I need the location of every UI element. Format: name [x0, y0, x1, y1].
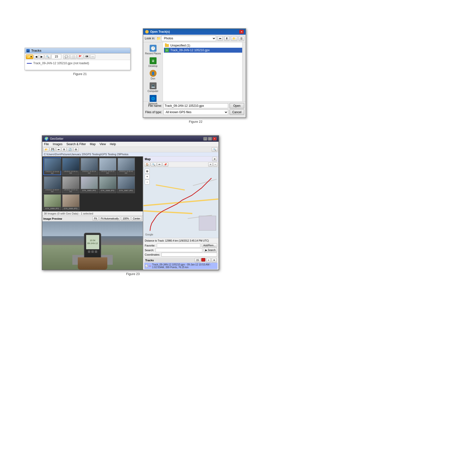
map-zoom-in-button[interactable]: +	[208, 162, 213, 167]
maximize-button[interactable]: □	[208, 137, 212, 140]
toolbar-more-button[interactable]: ···	[90, 54, 95, 59]
tracks-title-text: Tracks	[31, 49, 41, 52]
tracks-close-btn[interactable]: ✕	[212, 258, 217, 262]
thumbnail-image-8	[81, 177, 98, 189]
toolbar-prev-button[interactable]: ◀	[34, 54, 39, 59]
dialog-nav-up-button[interactable]: ⬆	[224, 36, 229, 41]
open-button[interactable]: Open	[230, 103, 244, 108]
preview-zoom-button[interactable]: 100%	[121, 216, 130, 221]
dialog-lookin-row: Look in: 📁 Photos ⬅ ⬆ 📁 ☰	[143, 35, 246, 42]
sidebar-item-recent[interactable]: 🕐 Recent Places	[144, 44, 162, 56]
toolbar-comment-button[interactable]: 💬	[63, 54, 70, 59]
tracks-zoom-btn[interactable]: 15	[195, 258, 200, 262]
dialog-create-folder-button[interactable]: 📁	[231, 36, 237, 41]
preview-fit-auto-button[interactable]: Fit Automatically	[99, 216, 120, 221]
tracks-add-btn[interactable]: +	[206, 258, 211, 262]
sidebar-item-computer[interactable]: 💻 Computer	[144, 81, 162, 93]
thumbnail-5[interactable]: 1/9/2012 10:35:40 AM	[117, 157, 135, 175]
geo-preview-toolbar: Image Preview Fit Fit Automatically 100%…	[42, 216, 143, 221]
thumbnail-7[interactable]: 1/9/2012 10:47:11 AM	[62, 176, 79, 193]
cancel-button[interactable]: Cancel	[230, 109, 244, 115]
geo-window-controls: _ □ ✕	[203, 137, 217, 140]
thumbnail-1[interactable]: 1/9/2012 10:34:03 AM	[43, 157, 61, 175]
network-icon: 🌐	[150, 95, 157, 102]
dialog-lookin-label: Look in:	[145, 37, 155, 40]
filetype-dropdown[interactable]: All known GPS files	[163, 109, 228, 115]
dialog-view-button[interactable]: ☰	[239, 36, 244, 41]
thumbnail-8[interactable]: D7K_0065.JPG	[80, 176, 98, 193]
menu-images[interactable]: Images	[52, 142, 63, 146]
map-ctrl-plus[interactable]: +	[145, 174, 150, 179]
map-tb-btn-1[interactable]: 🏠	[144, 162, 150, 167]
toolbar-next-button[interactable]: ▶	[39, 54, 44, 59]
search-input[interactable]	[156, 248, 202, 252]
thumbnail-6[interactable]: 1/9/2012 10:46:57 AM	[43, 176, 61, 193]
thumbnail-3[interactable]: 1/9/2012 10:35:14 AM	[80, 157, 98, 175]
thumbnail-11[interactable]: D7K_0068.JPG	[43, 194, 61, 210]
gpx-file-icon: G	[165, 48, 169, 52]
geo-left-panel: 1/9/2012 10:34:03 AM 1/9/2012 10:34:11 A…	[42, 156, 143, 270]
tb-settings-button[interactable]: ⚙	[73, 147, 79, 152]
search-go-button[interactable]: ▶ Search	[204, 248, 217, 252]
dialog-scrollbar[interactable]	[242, 42, 246, 101]
toolbar-flag-button[interactable]: 🚩	[77, 54, 83, 59]
geo-track-list-item[interactable]: ✓ — Track_09-JAN-12 105210.gpx - 09-Jan-…	[144, 263, 218, 269]
tb-search-button[interactable]: 🔍	[212, 147, 218, 152]
preview-fit-button[interactable]: Fit	[93, 216, 98, 221]
tracks-color-btn[interactable]	[201, 258, 205, 262]
track-checkbox[interactable]: ✓	[145, 264, 148, 267]
file-item-gpx-name: Track_09-JAN-12 105210.gpx	[170, 48, 210, 52]
toolbar-search-button[interactable]: 🔍	[45, 54, 51, 59]
toolbar-square-button[interactable]: ⬜	[70, 54, 77, 59]
map-tb-btn-2[interactable]: 🔍	[151, 162, 157, 167]
thumbnail-12[interactable]: D7K_0069.JPG	[62, 194, 79, 210]
thumbnail-4[interactable]: 1/9/2012 10:35:22 AM	[99, 157, 116, 175]
map-tb-btn-3[interactable]: ✏	[157, 162, 162, 167]
geo-map-area[interactable]: Google ⊕ + −	[143, 167, 219, 238]
thumbnail-2[interactable]: 1/9/2012 10:34:11 AM	[62, 157, 79, 175]
tb-save-button[interactable]: 💾	[50, 147, 56, 152]
dialog-lookin-dropdown[interactable]: Photos	[161, 36, 216, 41]
filename-input[interactable]	[163, 103, 228, 108]
tracks-toolbar: 📁▾ ◀ ▶ 🔍 15 💬 ⬜ 🚩 🗺 ···	[25, 53, 130, 60]
dialog-nav-back-button[interactable]: ⬅	[218, 36, 223, 41]
menu-search-filter[interactable]: Search & Filter	[66, 142, 87, 146]
map-panel-title: Map	[145, 157, 151, 161]
tb-open-button[interactable]: 📂	[43, 147, 49, 152]
tb-refresh-button[interactable]: 🔄	[67, 147, 73, 152]
map-close-button[interactable]: ✕	[212, 157, 217, 161]
thumbnail-image-12	[63, 195, 79, 207]
tb-up-button[interactable]: ⬆	[62, 147, 66, 152]
menu-help[interactable]: Help	[109, 142, 117, 146]
figure22-container: Open Track(s) ✕ Look in: 📁 Photos ⬅ ⬆ 📁 …	[143, 28, 249, 123]
file-item-unspecified[interactable]: Unspecified (1)	[164, 43, 245, 48]
minimize-button[interactable]: _	[203, 137, 207, 140]
geo-main-area: 1/9/2012 10:34:03 AM 1/9/2012 10:34:11 A…	[42, 156, 219, 270]
file-item-gpx[interactable]: G Track_09-JAN-12 105210.gpx	[164, 48, 245, 53]
track-list-item[interactable]: Track_09-JAN-12 105210.gpx (not loaded)	[27, 61, 128, 65]
sidebar-item-desktop[interactable]: 🖥 Desktop	[144, 56, 162, 68]
thumbnail-9[interactable]: D7K_0066.JPG	[99, 176, 116, 193]
menu-map[interactable]: Map	[89, 142, 96, 146]
menu-view[interactable]: View	[99, 142, 107, 146]
toolbar-number[interactable]: 15	[51, 54, 61, 59]
sidebar-item-don[interactable]: 👤 Don	[144, 69, 162, 81]
thumbnail-10[interactable]: D7K_0067.JPG	[117, 176, 135, 193]
map-ctrl-compass[interactable]: ⊕	[145, 169, 150, 174]
dialog-close-button[interactable]: ✕	[239, 30, 244, 34]
tb-back-button[interactable]: ⬅	[56, 147, 61, 152]
open-folder-button[interactable]: 📁▾	[26, 54, 33, 59]
toolbar-map-button[interactable]: 🗺	[84, 54, 90, 59]
favorite-add-button[interactable]: Add/Rem...	[202, 243, 217, 247]
geo-preview-panel: Image Preview Fit Fit Automatically 100%…	[42, 216, 143, 270]
coordinates-input[interactable]	[161, 253, 217, 257]
map-tb-btn-4[interactable]: 📌	[162, 162, 168, 167]
preview-center-button[interactable]: Center	[131, 216, 142, 221]
menu-file[interactable]: File	[43, 142, 49, 146]
gps-btn-2	[91, 250, 94, 253]
close-button[interactable]: ✕	[213, 137, 217, 140]
favorite-input[interactable]	[157, 244, 200, 247]
map-zoom-out-button[interactable]: −	[213, 162, 218, 167]
file-item-name: Unspecified (1)	[170, 44, 190, 47]
map-ctrl-minus[interactable]: −	[145, 180, 150, 185]
